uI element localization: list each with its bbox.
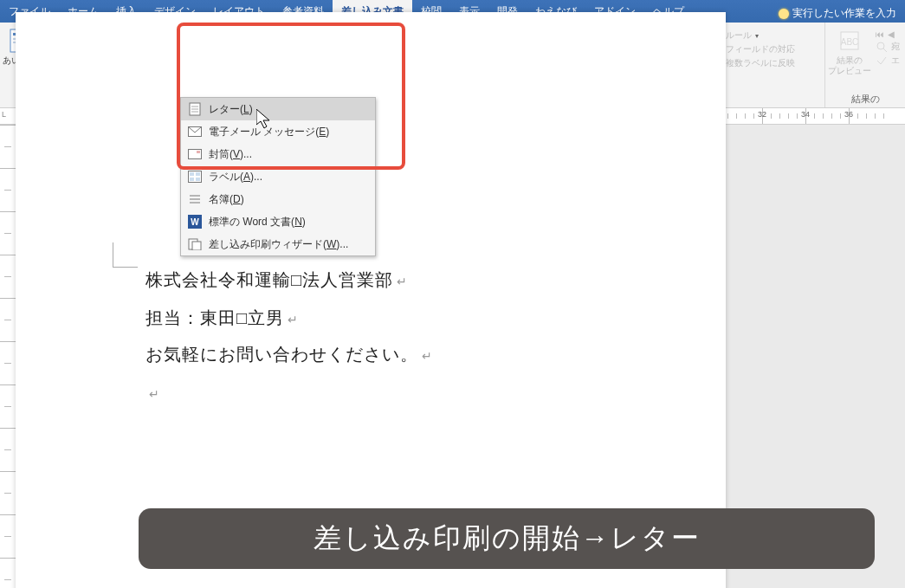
nav-first: ⏮◀: [876, 29, 900, 39]
find-recipient: 宛: [876, 41, 900, 53]
dd-normal-label: 標準の Word 文書(N): [209, 215, 306, 229]
label-small-icon: [188, 170, 202, 184]
paragraph-mark-icon: ↵: [149, 387, 160, 401]
doc-line-2[interactable]: 担当：東田□立男↵: [145, 307, 299, 330]
tutorial-caption-text: 差し込み印刷の開始→レター: [314, 520, 701, 558]
chevron-down-icon: ▾: [755, 32, 759, 40]
dd-label[interactable]: ラベル(A)...: [181, 165, 375, 188]
svg-rect-58: [190, 178, 194, 181]
dd-wizard[interactable]: 差し込み印刷ウィザード(W)...: [181, 233, 375, 255]
word-icon: W: [188, 215, 202, 229]
dd-directory-label: 名簿(D): [209, 192, 244, 207]
svg-rect-57: [196, 172, 200, 176]
dd-email[interactable]: 電子メール メッセージ(E): [181, 120, 375, 143]
svg-text:ABC: ABC: [841, 37, 859, 47]
paragraph-mark-icon: ↵: [422, 349, 433, 363]
svg-point-46: [877, 42, 884, 49]
envelope-small-icon: [188, 147, 202, 161]
svg-rect-66: [192, 242, 201, 250]
check-icon: [876, 55, 888, 67]
dd-normal[interactable]: W 標準の Word 文書(N): [181, 210, 375, 233]
doc-line-1[interactable]: 株式会社令和運輸□法人営業部↵: [145, 268, 408, 292]
nav-first-icon: ⏮: [876, 29, 884, 39]
btn-preview: ABC 結果の プレビュー: [831, 28, 869, 76]
svg-text:W: W: [191, 217, 199, 227]
preview-side-commands: ⏮◀ 宛 エ: [876, 28, 900, 67]
dd-letter[interactable]: レター(L): [181, 98, 375, 120]
check-errors: エ: [876, 55, 900, 67]
svg-rect-59: [196, 178, 200, 181]
margin-corner: [113, 242, 138, 268]
svg-line-47: [883, 48, 887, 52]
mail-icon: [188, 125, 202, 139]
nav-prev-icon: ◀: [888, 29, 895, 39]
lightbulb-icon: [779, 9, 789, 19]
ruler-tab-indicator: L: [2, 110, 6, 119]
dd-wizard-label: 差し込み印刷ウィザード(W)...: [209, 237, 348, 252]
doc-icon: [188, 102, 202, 116]
dd-envelope[interactable]: 封筒(V)...: [181, 143, 375, 165]
tell-me-label: 実行したい作業を入力: [792, 6, 896, 21]
doc-line-3[interactable]: お気軽にお問い合わせください。↵: [145, 343, 433, 366]
svg-rect-56: [190, 172, 194, 176]
start-merge-dropdown: レター(L) 電子メール メッセージ(E) 封筒(V)... ラベル(A)...…: [180, 97, 376, 256]
svg-rect-54: [197, 151, 200, 153]
dd-envelope-label: 封筒(V)...: [209, 147, 252, 162]
search-icon: [876, 41, 888, 53]
paragraph-mark-icon: ↵: [288, 313, 299, 326]
tell-me[interactable]: 実行したい作業を入力: [770, 0, 905, 23]
dd-letter-label: レター(L): [209, 102, 253, 117]
dd-email-label: 電子メール メッセージ(E): [209, 125, 329, 139]
dd-directory[interactable]: 名簿(D): [181, 188, 375, 210]
list-icon: [188, 192, 202, 206]
vertical-ruler[interactable]: [0, 125, 16, 588]
doc-line-4[interactable]: ↵: [145, 383, 160, 403]
group-preview-label: 結果の: [851, 93, 880, 106]
wizard-icon: [188, 237, 202, 251]
dd-label-label: ラベル(A)...: [209, 170, 262, 184]
btn-preview-label: 結果の プレビュー: [828, 55, 871, 76]
paragraph-mark-icon: ↵: [397, 275, 408, 288]
tutorial-caption: 差し込み印刷の開始→レター: [139, 508, 875, 569]
group-preview: ABC 結果の プレビュー ⏮◀ 宛 エ 結果の: [825, 23, 905, 107]
preview-icon: ABC: [837, 28, 863, 54]
